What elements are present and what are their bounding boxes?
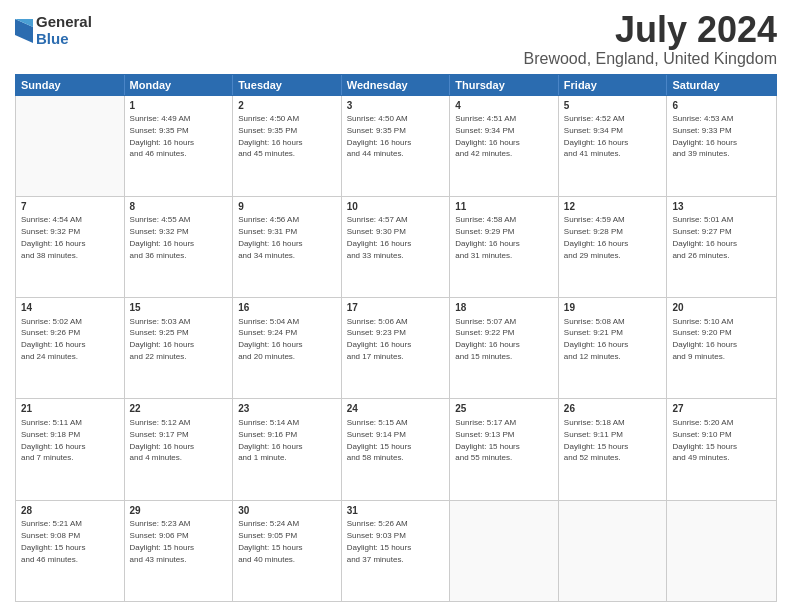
day-cell-26: 26Sunrise: 5:18 AM Sunset: 9:11 PM Dayli… <box>559 399 668 499</box>
day-cell-12: 12Sunrise: 4:59 AM Sunset: 9:28 PM Dayli… <box>559 197 668 297</box>
header: General Blue July 2024 Brewood, England,… <box>15 10 777 68</box>
day-cell-6: 6Sunrise: 4:53 AM Sunset: 9:33 PM Daylig… <box>667 96 776 196</box>
logo-icon <box>15 19 33 43</box>
day-number: 16 <box>238 301 336 315</box>
day-cell-31: 31Sunrise: 5:26 AM Sunset: 9:03 PM Dayli… <box>342 501 451 601</box>
header-day-tuesday: Tuesday <box>233 75 342 95</box>
day-number: 31 <box>347 504 445 518</box>
cell-text: Sunrise: 5:14 AM Sunset: 9:16 PM Dayligh… <box>238 418 302 462</box>
logo-text: General Blue <box>36 14 92 47</box>
day-number: 1 <box>130 99 228 113</box>
cell-text: Sunrise: 5:08 AM Sunset: 9:21 PM Dayligh… <box>564 317 628 361</box>
day-cell-22: 22Sunrise: 5:12 AM Sunset: 9:17 PM Dayli… <box>125 399 234 499</box>
cell-text: Sunrise: 5:07 AM Sunset: 9:22 PM Dayligh… <box>455 317 519 361</box>
day-cell-5: 5Sunrise: 4:52 AM Sunset: 9:34 PM Daylig… <box>559 96 668 196</box>
header-day-saturday: Saturday <box>667 75 776 95</box>
cell-text: Sunrise: 5:24 AM Sunset: 9:05 PM Dayligh… <box>238 519 302 563</box>
cell-text: Sunrise: 4:56 AM Sunset: 9:31 PM Dayligh… <box>238 215 302 259</box>
header-day-monday: Monday <box>125 75 234 95</box>
day-cell-1: 1Sunrise: 4:49 AM Sunset: 9:35 PM Daylig… <box>125 96 234 196</box>
cell-text: Sunrise: 4:57 AM Sunset: 9:30 PM Dayligh… <box>347 215 411 259</box>
cell-text: Sunrise: 5:11 AM Sunset: 9:18 PM Dayligh… <box>21 418 85 462</box>
day-cell-14: 14Sunrise: 5:02 AM Sunset: 9:26 PM Dayli… <box>16 298 125 398</box>
subtitle: Brewood, England, United Kingdom <box>524 50 778 68</box>
logo-blue-label: Blue <box>36 31 92 48</box>
day-cell-16: 16Sunrise: 5:04 AM Sunset: 9:24 PM Dayli… <box>233 298 342 398</box>
day-cell-20: 20Sunrise: 5:10 AM Sunset: 9:20 PM Dayli… <box>667 298 776 398</box>
cell-text: Sunrise: 4:50 AM Sunset: 9:35 PM Dayligh… <box>347 114 411 158</box>
day-number: 21 <box>21 402 119 416</box>
day-cell-21: 21Sunrise: 5:11 AM Sunset: 9:18 PM Dayli… <box>16 399 125 499</box>
cell-text: Sunrise: 5:23 AM Sunset: 9:06 PM Dayligh… <box>130 519 194 563</box>
calendar-row-2: 14Sunrise: 5:02 AM Sunset: 9:26 PM Dayli… <box>16 298 776 399</box>
cell-text: Sunrise: 4:55 AM Sunset: 9:32 PM Dayligh… <box>130 215 194 259</box>
calendar-row-0: 1Sunrise: 4:49 AM Sunset: 9:35 PM Daylig… <box>16 96 776 197</box>
cell-text: Sunrise: 4:51 AM Sunset: 9:34 PM Dayligh… <box>455 114 519 158</box>
day-number: 2 <box>238 99 336 113</box>
day-number: 12 <box>564 200 662 214</box>
day-cell-13: 13Sunrise: 5:01 AM Sunset: 9:27 PM Dayli… <box>667 197 776 297</box>
calendar-body: 1Sunrise: 4:49 AM Sunset: 9:35 PM Daylig… <box>15 96 777 602</box>
day-number: 15 <box>130 301 228 315</box>
cell-text: Sunrise: 4:49 AM Sunset: 9:35 PM Dayligh… <box>130 114 194 158</box>
cell-text: Sunrise: 4:52 AM Sunset: 9:34 PM Dayligh… <box>564 114 628 158</box>
cell-text: Sunrise: 4:53 AM Sunset: 9:33 PM Dayligh… <box>672 114 736 158</box>
day-number: 28 <box>21 504 119 518</box>
cell-text: Sunrise: 5:15 AM Sunset: 9:14 PM Dayligh… <box>347 418 411 462</box>
calendar-row-3: 21Sunrise: 5:11 AM Sunset: 9:18 PM Dayli… <box>16 399 776 500</box>
cell-text: Sunrise: 4:58 AM Sunset: 9:29 PM Dayligh… <box>455 215 519 259</box>
calendar-row-1: 7Sunrise: 4:54 AM Sunset: 9:32 PM Daylig… <box>16 197 776 298</box>
logo: General Blue <box>15 14 92 47</box>
day-cell-27: 27Sunrise: 5:20 AM Sunset: 9:10 PM Dayli… <box>667 399 776 499</box>
day-number: 26 <box>564 402 662 416</box>
day-number: 24 <box>347 402 445 416</box>
calendar: SundayMondayTuesdayWednesdayThursdayFrid… <box>15 74 777 602</box>
day-cell-25: 25Sunrise: 5:17 AM Sunset: 9:13 PM Dayli… <box>450 399 559 499</box>
day-cell-30: 30Sunrise: 5:24 AM Sunset: 9:05 PM Dayli… <box>233 501 342 601</box>
day-number: 29 <box>130 504 228 518</box>
day-number: 23 <box>238 402 336 416</box>
day-number: 27 <box>672 402 771 416</box>
day-number: 20 <box>672 301 771 315</box>
day-cell-3: 3Sunrise: 4:50 AM Sunset: 9:35 PM Daylig… <box>342 96 451 196</box>
main-title: July 2024 <box>524 10 778 50</box>
day-number: 18 <box>455 301 553 315</box>
cell-text: Sunrise: 4:59 AM Sunset: 9:28 PM Dayligh… <box>564 215 628 259</box>
cell-text: Sunrise: 5:17 AM Sunset: 9:13 PM Dayligh… <box>455 418 519 462</box>
day-number: 13 <box>672 200 771 214</box>
day-number: 14 <box>21 301 119 315</box>
day-cell-17: 17Sunrise: 5:06 AM Sunset: 9:23 PM Dayli… <box>342 298 451 398</box>
day-cell-8: 8Sunrise: 4:55 AM Sunset: 9:32 PM Daylig… <box>125 197 234 297</box>
day-number: 11 <box>455 200 553 214</box>
day-number: 7 <box>21 200 119 214</box>
day-cell-2: 2Sunrise: 4:50 AM Sunset: 9:35 PM Daylig… <box>233 96 342 196</box>
cell-text: Sunrise: 4:54 AM Sunset: 9:32 PM Dayligh… <box>21 215 85 259</box>
day-cell-10: 10Sunrise: 4:57 AM Sunset: 9:30 PM Dayli… <box>342 197 451 297</box>
day-cell-28: 28Sunrise: 5:21 AM Sunset: 9:08 PM Dayli… <box>16 501 125 601</box>
header-day-wednesday: Wednesday <box>342 75 451 95</box>
empty-cell <box>559 501 668 601</box>
calendar-header: SundayMondayTuesdayWednesdayThursdayFrid… <box>15 74 777 96</box>
day-cell-18: 18Sunrise: 5:07 AM Sunset: 9:22 PM Dayli… <box>450 298 559 398</box>
cell-text: Sunrise: 5:10 AM Sunset: 9:20 PM Dayligh… <box>672 317 736 361</box>
day-number: 17 <box>347 301 445 315</box>
day-number: 5 <box>564 99 662 113</box>
day-number: 3 <box>347 99 445 113</box>
page: General Blue July 2024 Brewood, England,… <box>0 0 792 612</box>
cell-text: Sunrise: 4:50 AM Sunset: 9:35 PM Dayligh… <box>238 114 302 158</box>
day-number: 4 <box>455 99 553 113</box>
day-number: 9 <box>238 200 336 214</box>
cell-text: Sunrise: 5:26 AM Sunset: 9:03 PM Dayligh… <box>347 519 411 563</box>
day-number: 6 <box>672 99 771 113</box>
header-day-sunday: Sunday <box>16 75 125 95</box>
cell-text: Sunrise: 5:20 AM Sunset: 9:10 PM Dayligh… <box>672 418 736 462</box>
cell-text: Sunrise: 5:12 AM Sunset: 9:17 PM Dayligh… <box>130 418 194 462</box>
cell-text: Sunrise: 5:02 AM Sunset: 9:26 PM Dayligh… <box>21 317 85 361</box>
cell-text: Sunrise: 5:21 AM Sunset: 9:08 PM Dayligh… <box>21 519 85 563</box>
cell-text: Sunrise: 5:01 AM Sunset: 9:27 PM Dayligh… <box>672 215 736 259</box>
day-cell-29: 29Sunrise: 5:23 AM Sunset: 9:06 PM Dayli… <box>125 501 234 601</box>
empty-cell <box>16 96 125 196</box>
day-cell-23: 23Sunrise: 5:14 AM Sunset: 9:16 PM Dayli… <box>233 399 342 499</box>
day-number: 22 <box>130 402 228 416</box>
day-number: 25 <box>455 402 553 416</box>
